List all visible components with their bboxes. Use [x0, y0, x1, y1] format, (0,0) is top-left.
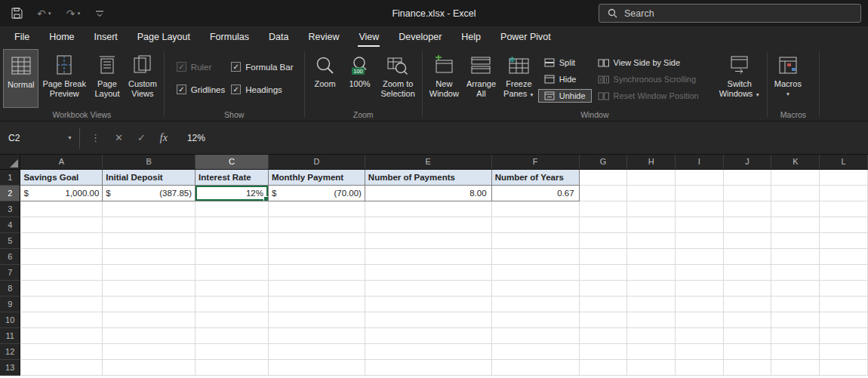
cell-G13[interactable]: [579, 359, 627, 375]
cell-I1[interactable]: [676, 169, 724, 185]
arrange-all-button[interactable]: Arrange All: [463, 49, 500, 108]
row-header-11[interactable]: 11: [0, 327, 20, 343]
cell-J7[interactable]: [723, 264, 771, 280]
cell-G12[interactable]: [579, 343, 627, 359]
cell-F8[interactable]: [491, 280, 579, 296]
row-header-6[interactable]: 6: [0, 248, 20, 264]
cell-B1[interactable]: Initial Deposit: [103, 169, 195, 185]
headings-checkbox[interactable]: ✓ Headings: [231, 85, 293, 94]
cell-J13[interactable]: [723, 359, 771, 375]
cell-C7[interactable]: [195, 264, 269, 280]
cell-I4[interactable]: [676, 217, 724, 232]
cell-L10[interactable]: [820, 312, 868, 327]
cell-G5[interactable]: [579, 232, 627, 248]
cell-A4[interactable]: [20, 217, 103, 232]
cell-D2[interactable]: $(70.00): [268, 185, 365, 201]
column-header-F[interactable]: F: [491, 155, 579, 169]
cell-G8[interactable]: [579, 280, 627, 296]
redo-button[interactable]: ↷▼: [66, 8, 82, 20]
cell-G2[interactable]: [579, 185, 627, 201]
cell-F11[interactable]: [491, 327, 579, 343]
tab-page-layout[interactable]: Page Layout: [128, 26, 200, 48]
cell-L12[interactable]: [820, 343, 868, 359]
cell-A6[interactable]: [20, 248, 103, 264]
cell-I13[interactable]: [676, 359, 724, 375]
cell-K9[interactable]: [771, 296, 820, 312]
cell-H12[interactable]: [627, 343, 676, 359]
cell-G4[interactable]: [579, 217, 627, 232]
cell-E7[interactable]: [365, 264, 491, 280]
undo-button[interactable]: ↶▼: [37, 8, 52, 20]
cell-G11[interactable]: [579, 327, 627, 343]
cell-C8[interactable]: [195, 280, 269, 296]
cell-J12[interactable]: [723, 343, 771, 359]
cell-A8[interactable]: [20, 280, 103, 296]
cell-G1[interactable]: [579, 169, 627, 185]
column-header-D[interactable]: D: [268, 155, 365, 169]
cell-B7[interactable]: [103, 264, 195, 280]
unhide-button[interactable]: Unhide: [538, 89, 592, 103]
column-header-G[interactable]: G: [579, 155, 627, 169]
cell-H7[interactable]: [627, 264, 676, 280]
cell-I10[interactable]: [676, 312, 724, 327]
cell-H11[interactable]: [627, 327, 676, 343]
page-break-preview-button[interactable]: Page Break Preview: [38, 49, 89, 108]
cell-A9[interactable]: [20, 296, 103, 312]
cell-A2[interactable]: $1,000.00: [20, 185, 103, 201]
cell-E4[interactable]: [365, 217, 491, 232]
cell-J5[interactable]: [723, 232, 771, 248]
view-side-by-side-button[interactable]: View Side by Side: [592, 56, 705, 69]
tab-help[interactable]: Help: [451, 26, 491, 48]
cell-J4[interactable]: [723, 217, 771, 232]
cell-C10[interactable]: [195, 312, 269, 327]
cell-H13[interactable]: [627, 359, 676, 375]
cell-C2[interactable]: 12%: [195, 185, 269, 201]
cell-L2[interactable]: [820, 185, 868, 201]
cell-L11[interactable]: [820, 327, 868, 343]
tab-home[interactable]: Home: [39, 26, 84, 48]
cell-B8[interactable]: [103, 280, 195, 296]
row-header-5[interactable]: 5: [0, 232, 20, 248]
cell-D12[interactable]: [268, 343, 365, 359]
cell-J10[interactable]: [723, 312, 771, 327]
page-layout-view-button[interactable]: Page Layout: [90, 49, 125, 108]
cell-A3[interactable]: [20, 201, 103, 217]
cell-L8[interactable]: [820, 280, 868, 296]
row-header-2[interactable]: 2: [0, 185, 20, 201]
tab-power-pivot[interactable]: Power Pivot: [491, 26, 561, 48]
cell-H8[interactable]: [627, 280, 676, 296]
cell-A12[interactable]: [20, 343, 103, 359]
cell-F10[interactable]: [491, 312, 579, 327]
cell-D1[interactable]: Monthly Payment: [268, 169, 365, 185]
cell-C12[interactable]: [195, 343, 269, 359]
cell-F2[interactable]: 0.67: [491, 185, 579, 201]
cell-H6[interactable]: [627, 248, 676, 264]
cell-D4[interactable]: [268, 217, 365, 232]
cell-H4[interactable]: [627, 217, 676, 232]
cell-K11[interactable]: [771, 327, 820, 343]
cell-E13[interactable]: [365, 359, 491, 375]
row-header-4[interactable]: 4: [0, 217, 20, 232]
cell-D11[interactable]: [268, 327, 365, 343]
cell-H9[interactable]: [627, 296, 676, 312]
cell-F9[interactable]: [491, 296, 579, 312]
cell-E11[interactable]: [365, 327, 491, 343]
cell-B6[interactable]: [103, 248, 195, 264]
cell-G9[interactable]: [579, 296, 627, 312]
tab-file[interactable]: File: [5, 26, 39, 48]
cell-L1[interactable]: [820, 169, 868, 185]
cell-I12[interactable]: [676, 343, 724, 359]
column-header-J[interactable]: J: [723, 155, 771, 169]
cell-L13[interactable]: [820, 359, 868, 375]
cell-D13[interactable]: [268, 359, 365, 375]
cell-C1[interactable]: Interest Rate: [195, 169, 269, 185]
row-header-3[interactable]: 3: [0, 201, 20, 217]
cell-E5[interactable]: [365, 232, 491, 248]
formula-input[interactable]: 12%: [178, 133, 205, 143]
split-button[interactable]: Split: [538, 56, 592, 69]
cell-C9[interactable]: [195, 296, 269, 312]
cell-F12[interactable]: [491, 343, 579, 359]
cell-F5[interactable]: [491, 232, 579, 248]
cell-B4[interactable]: [103, 217, 195, 232]
cell-J6[interactable]: [723, 248, 771, 264]
